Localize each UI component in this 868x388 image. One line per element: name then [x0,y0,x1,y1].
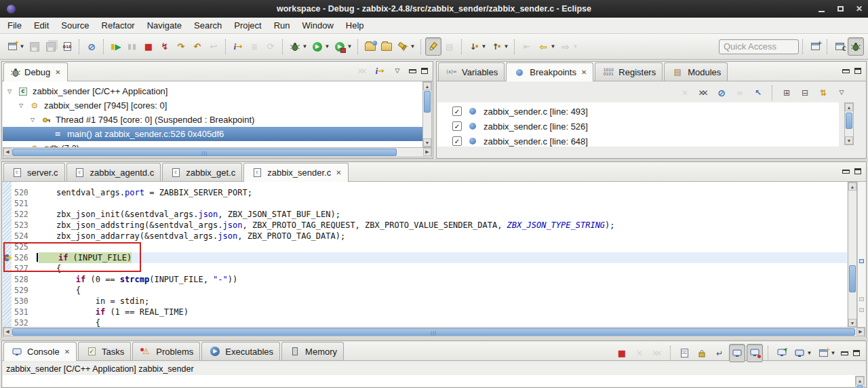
menu-project[interactable]: Project [228,19,267,32]
tab-modules[interactable]: ▤Modules [664,62,728,81]
skip-all-breakpoints-button[interactable]: ⊘ [713,83,730,102]
remove-all-breakpoints-button[interactable]: ✕✕ [695,83,711,102]
scrollbar-thumb[interactable] [856,385,863,388]
scroll-up-icon[interactable]: ▲ [848,182,856,191]
maximize-button[interactable] [852,66,863,77]
code-line[interactable]: 528 if (0 == strcmp(INPUT_FILE, "-")) [3,274,847,285]
line-number[interactable]: 531 [3,307,37,317]
menu-source[interactable]: Source [55,19,95,32]
debug-horizontal-scrollbar[interactable]: ◀ ||| ▶ [3,147,432,157]
line-number[interactable]: 520 [3,188,37,197]
maximize-button[interactable] [419,66,430,77]
scrollbar-thumb[interactable] [424,91,431,113]
scroll-up-icon[interactable]: ▲ [423,82,431,90]
expander-icon[interactable]: ▽ [28,117,37,123]
scrollbar-thumb[interactable] [849,265,856,292]
line-number[interactable]: 532 [3,318,37,328]
show-stderr-button[interactable] [747,344,763,362]
expand-all-button[interactable]: ⊞ [778,83,795,102]
breakpoint-row[interactable]: ✓zabbix_sender.c [line: 493] [437,104,839,119]
dropdown-chevron-icon[interactable]: ▼ [806,350,812,356]
overview-breakpoint-mark[interactable] [859,259,864,263]
menu-search[interactable]: Search [188,19,228,32]
step-over-button[interactable]: ↷ [173,37,189,56]
scroll-down-icon[interactable]: ▼ [423,138,431,147]
editor-tab-zabbix_sender-c[interactable]: czabbix_sender.c✕ [243,163,348,182]
editor-tab-zabbix_agentd-c[interactable]: czabbix_agentd.c [66,163,161,181]
step-into-button[interactable]: ↯ [157,37,173,56]
search-button[interactable]: ▼ [395,37,417,56]
dropdown-chevron-icon[interactable]: ▼ [302,43,308,50]
scroll-left-icon[interactable]: ◀ [3,148,12,156]
scroll-right-icon[interactable]: ▶ [856,328,865,336]
menu-file[interactable]: File [1,19,28,32]
view-menu-button[interactable]: ▽ [833,83,850,102]
previous-annotation-button[interactable]: ↑▪▼ [488,37,511,56]
code-line[interactable]: 532 { [3,317,847,328]
tab-registers[interactable]: 10100101Registers [595,62,663,81]
scroll-right-icon[interactable]: ▶ [423,148,431,156]
open-folder-button[interactable] [378,37,395,56]
code-line[interactable]: 530 in = stdin; [3,296,847,307]
window-minimize-button[interactable] [816,4,826,14]
pin-console-button[interactable]: ➤ [774,344,790,362]
scroll-up-icon[interactable]: ▲ [845,103,853,111]
menu-edit[interactable]: Edit [28,19,55,32]
editor-tab-server-c[interactable]: cserver.c [3,163,65,181]
close-icon[interactable]: ✕ [64,348,70,355]
collapse-all-button[interactable]: ⊟ [797,83,813,102]
code-line-body[interactable]: { [37,285,847,296]
debug-button[interactable]: ▼ [287,37,309,56]
checkbox[interactable]: ✓ [452,106,462,116]
mark-occurrences-button[interactable] [425,37,441,56]
dropdown-chevron-icon[interactable]: ▼ [481,43,487,50]
code-line-body[interactable]: if (1 == REAL_TIME) [37,307,847,317]
dropdown-chevron-icon[interactable]: ▼ [347,43,353,50]
line-number[interactable]: 525 [3,242,37,252]
line-number[interactable]: 524 [3,231,37,241]
scroll-up-icon[interactable]: ▲ [856,376,864,385]
line-number[interactable]: 527 [3,264,37,273]
dropdown-chevron-icon[interactable]: ▼ [324,43,330,50]
minimize-button[interactable] [840,66,851,77]
line-number[interactable]: 530 [3,296,37,306]
maximize-button[interactable] [851,348,862,359]
code-line[interactable]: 526 if (INPUT_FILE) [3,252,847,263]
line-number[interactable]: 522 [3,210,37,219]
dropdown-chevron-icon[interactable]: ▼ [19,43,25,50]
code-line[interactable]: 531 if (1 == REAL_TIME) [3,307,847,317]
code-line[interactable]: 521 [3,198,847,209]
open-console-button[interactable]: +▼ [815,344,837,362]
code-line[interactable]: 520 sentdval_args.port = ZABBIX_SERVER_P… [3,187,847,198]
editor-tab-zabbix_get-c[interactable]: czabbix_get.c [162,163,242,181]
terminate-button[interactable]: ■ [140,37,157,56]
code-line-body[interactable]: in = stdin; [37,296,847,307]
code-line-body[interactable]: sentdval_args.port = ZABBIX_SERVER_PORT; [37,187,847,198]
new-wizard-button[interactable]: ✦▼ [4,37,26,56]
line-number[interactable]: 523 [3,220,37,230]
close-icon[interactable]: ✕ [55,69,60,76]
cpp-perspective-button[interactable]: C [831,37,848,56]
minimize-button[interactable] [840,166,851,177]
close-icon[interactable]: ✕ [581,69,587,76]
overview-mark[interactable] [859,308,864,312]
editor-vertical-scrollbar[interactable]: ▲ ▼ [848,182,857,328]
scrollbar-thumb[interactable] [846,113,852,129]
line-number[interactable]: 528 [3,275,37,284]
tab-variables[interactable]: (x)=Variables [438,62,505,81]
code-editor[interactable]: 520 sentdval_args.port = ZABBIX_SERVER_P… [3,182,847,328]
breakpoint-marker-icon[interactable] [3,253,12,263]
tab-tasks[interactable]: ✓Tasks [78,342,131,360]
expander-icon[interactable]: ▽ [5,88,14,94]
code-line-body[interactable] [37,198,847,209]
window-close-button[interactable]: ✕ [854,4,864,14]
scroll-down-icon[interactable]: ▼ [848,319,856,327]
breakpoint-row[interactable]: ✓zabbix_sender.c [line: 648] [437,134,839,147]
group-by-button[interactable]: ⇅ [815,83,831,102]
code-line[interactable]: 525 [3,241,847,252]
tab-console[interactable]: Console✕ [3,342,77,361]
menu-run[interactable]: Run [268,19,296,32]
console-output-area[interactable]: ▲ [3,375,865,387]
scrollbar-thumb[interactable]: ||| [12,149,397,156]
code-line-body[interactable]: { [37,263,847,274]
